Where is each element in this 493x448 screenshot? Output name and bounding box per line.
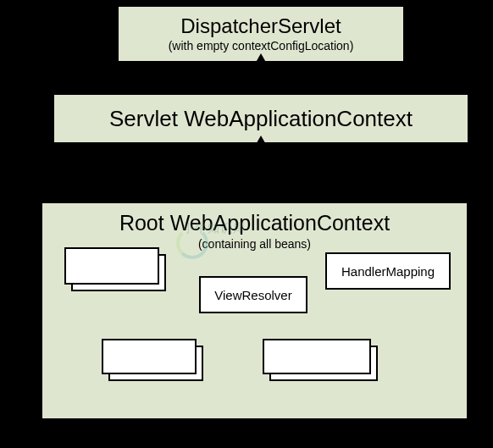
viewresolver-bean-box: ViewResolver — [199, 276, 307, 313]
arrow-head-2 — [254, 136, 268, 147]
dispatcher-title: DispatcherServlet — [180, 15, 341, 37]
servlet-wac-title: Servlet WebApplicationContext — [109, 107, 413, 131]
root-wac-subtitle: (containing all beans) — [198, 237, 311, 251]
controllers-back — [64, 247, 159, 285]
handlermapping-bean-box: HandlerMapping — [325, 252, 451, 290]
repositories-back — [263, 339, 371, 374]
arrow-dispatcher-to-servlet — [260, 64, 263, 91]
root-wac-title: Root WebApplicationContext — [119, 212, 390, 235]
services-bean-box: Services — [108, 346, 203, 381]
arrow-head-1 — [254, 53, 268, 65]
repositories-bean-box: Repositories — [269, 346, 378, 381]
dispatcher-subtitle: (with empty contextConfigLocation) — [169, 39, 354, 53]
controllers-bean-box: Controllers — [71, 254, 166, 291]
services-back — [102, 339, 197, 374]
arrow-servlet-to-root — [260, 146, 263, 200]
